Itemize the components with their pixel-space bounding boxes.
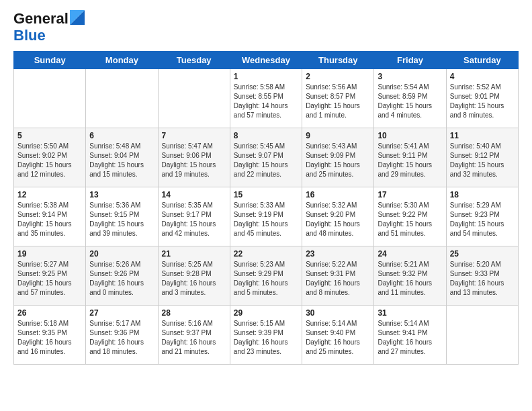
day-number: 20 — [89, 249, 154, 259]
week-row: 19Sunrise: 5:27 AM Sunset: 9:25 PM Dayli… — [14, 246, 519, 305]
day-number: 15 — [234, 190, 298, 199]
day-info: Sunrise: 5:21 AM Sunset: 9:32 PM Dayligh… — [378, 260, 442, 298]
day-cell: 21Sunrise: 5:25 AM Sunset: 9:28 PM Dayli… — [158, 246, 230, 305]
day-info: Sunrise: 5:22 AM Sunset: 9:31 PM Dayligh… — [306, 260, 370, 298]
day-info: Sunrise: 5:52 AM Sunset: 9:01 PM Dayligh… — [450, 83, 515, 120]
day-number: 18 — [450, 190, 515, 199]
calendar-table: SundayMondayTuesdayWednesdayThursdayFrid… — [13, 51, 519, 365]
day-cell: 17Sunrise: 5:30 AM Sunset: 9:22 PM Dayli… — [374, 187, 446, 246]
day-cell: 12Sunrise: 5:38 AM Sunset: 9:14 PM Dayli… — [14, 187, 86, 246]
day-cell: 22Sunrise: 5:23 AM Sunset: 9:29 PM Dayli… — [230, 246, 302, 305]
day-cell: 25Sunrise: 5:20 AM Sunset: 9:33 PM Dayli… — [446, 246, 518, 305]
day-number: 4 — [450, 72, 515, 81]
weekday-header: Sunday — [14, 51, 86, 68]
day-cell: 1Sunrise: 5:58 AM Sunset: 8:55 PM Daylig… — [230, 68, 302, 128]
day-info: Sunrise: 5:56 AM Sunset: 8:57 PM Dayligh… — [306, 83, 370, 120]
day-info: Sunrise: 5:25 AM Sunset: 9:28 PM Dayligh… — [162, 260, 226, 298]
header: General Blue — [13, 10, 519, 44]
day-cell: 15Sunrise: 5:33 AM Sunset: 9:19 PM Dayli… — [230, 187, 302, 246]
day-number: 27 — [89, 308, 154, 318]
day-cell — [86, 68, 158, 128]
weekday-header: Wednesday — [230, 51, 302, 68]
calendar-page: General Blue SundayMondayTuesdayWednesda… — [0, 0, 532, 411]
day-info: Sunrise: 5:20 AM Sunset: 9:33 PM Dayligh… — [450, 260, 515, 298]
logo-general: General — [13, 10, 69, 27]
day-number: 16 — [306, 190, 370, 199]
day-cell: 24Sunrise: 5:21 AM Sunset: 9:32 PM Dayli… — [374, 246, 446, 305]
day-info: Sunrise: 5:35 AM Sunset: 9:17 PM Dayligh… — [162, 201, 226, 238]
day-cell: 9Sunrise: 5:43 AM Sunset: 9:09 PM Daylig… — [302, 128, 374, 187]
logo: General Blue — [13, 10, 85, 44]
week-row: 12Sunrise: 5:38 AM Sunset: 9:14 PM Dayli… — [14, 187, 519, 246]
day-info: Sunrise: 5:29 AM Sunset: 9:23 PM Dayligh… — [450, 201, 515, 238]
logo-icon — [70, 10, 85, 25]
day-info: Sunrise: 5:48 AM Sunset: 9:04 PM Dayligh… — [89, 142, 154, 179]
calendar-body: 1Sunrise: 5:58 AM Sunset: 8:55 PM Daylig… — [14, 68, 519, 364]
day-number: 28 — [162, 308, 226, 318]
logo-blue: Blue — [13, 27, 46, 44]
day-cell: 6Sunrise: 5:48 AM Sunset: 9:04 PM Daylig… — [86, 128, 158, 187]
day-info: Sunrise: 5:45 AM Sunset: 9:07 PM Dayligh… — [234, 142, 298, 179]
day-info: Sunrise: 5:36 AM Sunset: 9:15 PM Dayligh… — [89, 201, 154, 238]
day-info: Sunrise: 5:17 AM Sunset: 9:36 PM Dayligh… — [89, 319, 154, 357]
weekday-header: Thursday — [302, 51, 374, 68]
weekday-header: Tuesday — [158, 51, 230, 68]
day-number: 3 — [378, 72, 442, 81]
day-number: 12 — [17, 190, 82, 199]
day-info: Sunrise: 5:40 AM Sunset: 9:12 PM Dayligh… — [450, 142, 515, 179]
day-number: 19 — [17, 249, 82, 259]
day-number: 17 — [378, 190, 442, 199]
day-number: 9 — [306, 131, 370, 140]
day-info: Sunrise: 5:47 AM Sunset: 9:06 PM Dayligh… — [162, 142, 226, 179]
day-cell: 27Sunrise: 5:17 AM Sunset: 9:36 PM Dayli… — [86, 305, 158, 364]
day-info: Sunrise: 5:58 AM Sunset: 8:55 PM Dayligh… — [234, 83, 298, 120]
day-number: 13 — [89, 190, 154, 199]
weekday-header: Friday — [374, 51, 446, 68]
day-info: Sunrise: 5:16 AM Sunset: 9:37 PM Dayligh… — [162, 319, 226, 357]
day-number: 5 — [17, 131, 82, 140]
day-info: Sunrise: 5:26 AM Sunset: 9:26 PM Dayligh… — [89, 260, 154, 298]
logo-text: General Blue — [13, 10, 85, 44]
day-info: Sunrise: 5:15 AM Sunset: 9:39 PM Dayligh… — [234, 319, 298, 357]
weekday-header: Saturday — [446, 51, 518, 68]
day-cell — [446, 305, 518, 364]
day-number: 30 — [306, 308, 370, 318]
day-number: 21 — [162, 249, 226, 259]
day-cell: 13Sunrise: 5:36 AM Sunset: 9:15 PM Dayli… — [86, 187, 158, 246]
day-cell — [158, 68, 230, 128]
day-number: 26 — [17, 308, 82, 318]
day-cell: 7Sunrise: 5:47 AM Sunset: 9:06 PM Daylig… — [158, 128, 230, 187]
day-number: 14 — [162, 190, 226, 199]
day-number: 6 — [89, 131, 154, 140]
day-cell: 11Sunrise: 5:40 AM Sunset: 9:12 PM Dayli… — [446, 128, 518, 187]
day-number: 25 — [450, 249, 515, 259]
day-number: 2 — [306, 72, 370, 81]
day-cell: 14Sunrise: 5:35 AM Sunset: 9:17 PM Dayli… — [158, 187, 230, 246]
day-cell: 4Sunrise: 5:52 AM Sunset: 9:01 PM Daylig… — [446, 68, 518, 128]
day-info: Sunrise: 5:23 AM Sunset: 9:29 PM Dayligh… — [234, 260, 298, 298]
day-cell: 29Sunrise: 5:15 AM Sunset: 9:39 PM Dayli… — [230, 305, 302, 364]
day-cell: 20Sunrise: 5:26 AM Sunset: 9:26 PM Dayli… — [86, 246, 158, 305]
week-row: 1Sunrise: 5:58 AM Sunset: 8:55 PM Daylig… — [14, 68, 519, 128]
day-cell: 8Sunrise: 5:45 AM Sunset: 9:07 PM Daylig… — [230, 128, 302, 187]
day-info: Sunrise: 5:18 AM Sunset: 9:35 PM Dayligh… — [17, 319, 82, 357]
day-cell: 23Sunrise: 5:22 AM Sunset: 9:31 PM Dayli… — [302, 246, 374, 305]
day-number: 22 — [234, 249, 298, 259]
day-info: Sunrise: 5:32 AM Sunset: 9:20 PM Dayligh… — [306, 201, 370, 238]
day-cell — [14, 68, 86, 128]
day-cell: 10Sunrise: 5:41 AM Sunset: 9:11 PM Dayli… — [374, 128, 446, 187]
day-info: Sunrise: 5:14 AM Sunset: 9:41 PM Dayligh… — [378, 319, 442, 357]
day-info: Sunrise: 5:50 AM Sunset: 9:02 PM Dayligh… — [17, 142, 82, 179]
day-cell: 5Sunrise: 5:50 AM Sunset: 9:02 PM Daylig… — [14, 128, 86, 187]
week-row: 5Sunrise: 5:50 AM Sunset: 9:02 PM Daylig… — [14, 128, 519, 187]
day-number: 11 — [450, 131, 515, 140]
day-cell: 31Sunrise: 5:14 AM Sunset: 9:41 PM Dayli… — [374, 305, 446, 364]
week-row: 26Sunrise: 5:18 AM Sunset: 9:35 PM Dayli… — [14, 305, 519, 364]
day-cell: 30Sunrise: 5:14 AM Sunset: 9:40 PM Dayli… — [302, 305, 374, 364]
day-number: 23 — [306, 249, 370, 259]
day-number: 31 — [378, 308, 442, 318]
day-cell: 3Sunrise: 5:54 AM Sunset: 8:59 PM Daylig… — [374, 68, 446, 128]
day-info: Sunrise: 5:43 AM Sunset: 9:09 PM Dayligh… — [306, 142, 370, 179]
day-number: 29 — [234, 308, 298, 318]
day-info: Sunrise: 5:27 AM Sunset: 9:25 PM Dayligh… — [17, 260, 82, 298]
